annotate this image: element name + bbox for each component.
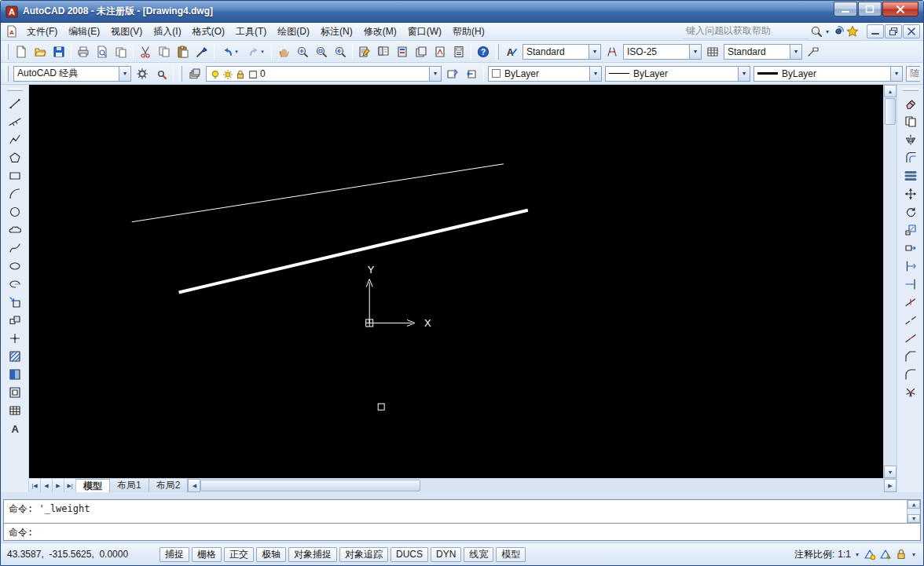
toggle-线宽[interactable]: 线宽	[464, 547, 493, 562]
dimension-style-combo[interactable]: ISO-25 ▾	[623, 44, 702, 60]
markup-manager-button[interactable]	[431, 42, 449, 61]
chevron-down-icon[interactable]: ▾	[119, 67, 130, 81]
multiline-text-button[interactable]: A	[5, 419, 25, 437]
extend-button[interactable]	[900, 275, 921, 293]
explode-button[interactable]	[900, 383, 921, 401]
command-scroll-up[interactable]: ▲	[908, 500, 920, 509]
redo-dropdown-arrow[interactable]: ▾	[261, 49, 264, 55]
array-button[interactable]	[900, 166, 921, 184]
linetype-combo[interactable]: ByLayer ▾	[605, 66, 750, 82]
zoom-window-button[interactable]	[312, 42, 331, 61]
layer-previous-button[interactable]	[462, 64, 481, 83]
help-search-input[interactable]: 键入问题以获取帮助	[683, 24, 808, 39]
menu-item-1[interactable]: 编辑(E)	[63, 23, 105, 40]
menu-item-2[interactable]: 视图(V)	[105, 23, 148, 40]
make-block-button[interactable]	[5, 311, 25, 329]
scroll-left-button[interactable]: ◀	[188, 479, 200, 492]
dimension-style-icon[interactable]	[606, 46, 618, 58]
layer-combo[interactable]: 0 ▾	[206, 66, 442, 82]
scroll-down-button[interactable]: ▼	[884, 466, 896, 478]
plot-button[interactable]	[74, 42, 93, 61]
break-button[interactable]	[900, 311, 921, 329]
rotate-button[interactable]	[900, 203, 921, 221]
toggle-对象捕捉[interactable]: 对象捕捉	[288, 547, 337, 562]
tab-布局2[interactable]: 布局2	[149, 479, 189, 492]
chevron-down-icon[interactable]: ▾	[429, 67, 441, 81]
close-button[interactable]	[882, 2, 918, 16]
break-at-point-button[interactable]	[900, 293, 921, 311]
minimize-button[interactable]	[834, 2, 857, 16]
layer-properties-button[interactable]	[185, 64, 204, 83]
join-button[interactable]	[900, 329, 921, 347]
annotation-scale-value[interactable]: 1:1	[838, 549, 851, 560]
menu-item-8[interactable]: 修改(M)	[358, 23, 402, 40]
layer-on-icon[interactable]	[210, 68, 221, 79]
menu-item-7[interactable]: 标注(N)	[315, 23, 358, 40]
undo-button[interactable]: ▾	[217, 42, 243, 61]
toggle-正交[interactable]: 正交	[224, 547, 254, 562]
match-properties-button[interactable]	[192, 42, 211, 61]
designcenter-button[interactable]	[374, 42, 393, 61]
region-button[interactable]	[5, 383, 25, 401]
titlebar[interactable]: A AutoCAD 2008 - 未注册版 - [Drawing4.dwg]	[1, 1, 923, 23]
next-tab-button[interactable]: ▶	[53, 479, 64, 492]
vertical-scroll-thumb[interactable]	[885, 98, 896, 125]
insert-block-button[interactable]	[5, 293, 25, 311]
command-scroll-track[interactable]	[908, 509, 920, 514]
layer-freeze-icon[interactable]	[222, 68, 233, 79]
cut-button[interactable]	[136, 42, 155, 61]
properties-button[interactable]	[355, 42, 374, 61]
zoom-previous-button[interactable]	[331, 42, 350, 61]
menu-item-10[interactable]: 帮助(H)	[447, 23, 490, 40]
horizontal-scroll-thumb[interactable]	[200, 480, 420, 491]
layer-lock-icon[interactable]	[235, 68, 246, 79]
annotation-visibility-icon[interactable]	[864, 548, 876, 561]
chamfer-button[interactable]	[900, 347, 921, 365]
toggle-DYN[interactable]: DYN	[431, 547, 461, 562]
annotation-scale-dropdown-arrow[interactable]: ▾	[854, 551, 860, 558]
mirror-button[interactable]	[900, 130, 921, 148]
table-style-icon[interactable]	[706, 46, 719, 58]
menu-item-9[interactable]: 窗口(W)	[402, 23, 447, 40]
menu-item-6[interactable]: 绘图(D)	[272, 23, 315, 40]
publish-button[interactable]	[112, 42, 130, 61]
toolbar-grip[interactable]	[179, 66, 182, 82]
my-workspace-button[interactable]	[152, 64, 170, 83]
toolbar-grip[interactable]	[496, 44, 499, 60]
paste-button[interactable]	[174, 42, 192, 61]
toolbar-grip[interactable]	[6, 44, 9, 60]
drawing-canvas[interactable]: YX	[29, 85, 883, 478]
command-scroll-down[interactable]: ▼	[908, 514, 920, 523]
tool-palettes-button[interactable]	[393, 42, 412, 61]
multileader-style-icon[interactable]	[807, 46, 820, 58]
horizontal-scroll-track[interactable]	[420, 479, 884, 492]
status-menu-arrow[interactable]: ▾	[911, 551, 917, 558]
sheetset-manager-button[interactable]	[412, 42, 431, 61]
zoom-realtime-button[interactable]	[293, 42, 312, 61]
polygon-button[interactable]	[5, 148, 25, 166]
copy-button[interactable]	[900, 112, 921, 130]
tab-模型[interactable]: 模型	[76, 479, 110, 492]
workspace-combo[interactable]: AutoCAD 经典 ▾	[13, 66, 131, 82]
redo-button[interactable]: ▾	[243, 42, 269, 61]
first-tab-button[interactable]: |◀	[29, 479, 41, 492]
scale-button[interactable]	[900, 221, 921, 239]
toggle-对象追踪[interactable]: 对象追踪	[339, 547, 388, 562]
erase-button[interactable]	[900, 94, 921, 112]
chevron-down-icon[interactable]: ▾	[689, 45, 701, 59]
search-dropdown-arrow[interactable]: ▾	[824, 28, 830, 35]
toggle-栅格[interactable]: 栅格	[192, 547, 222, 562]
trim-button[interactable]	[900, 257, 921, 275]
ellipse-button[interactable]	[5, 257, 25, 275]
qnew-button[interactable]	[12, 42, 31, 61]
toggle-极轴[interactable]: 极轴	[256, 547, 286, 562]
gradient-button[interactable]	[5, 365, 25, 383]
open-button[interactable]	[31, 42, 50, 61]
ellipse-arc-button[interactable]	[5, 275, 25, 293]
horizontal-scrollbar[interactable]: ◀ ▶	[188, 479, 896, 492]
menu-item-4[interactable]: 格式(O)	[187, 23, 230, 40]
doc-restore-button[interactable]	[885, 24, 902, 38]
chevron-down-icon[interactable]: ▾	[890, 67, 902, 81]
point-button[interactable]	[5, 329, 25, 347]
vertical-scrollbar[interactable]: ▲ ▼	[883, 85, 896, 478]
